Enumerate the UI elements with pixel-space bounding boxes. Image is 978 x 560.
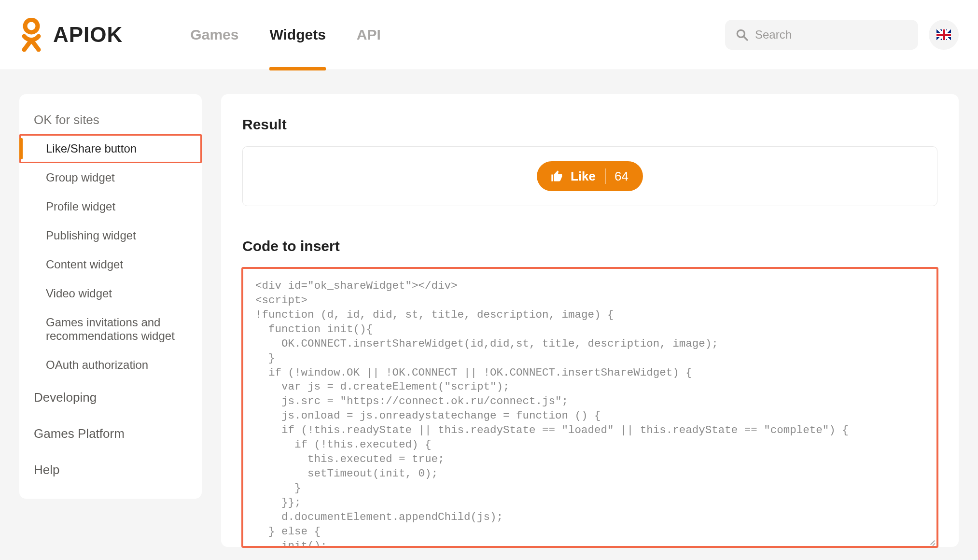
like-button[interactable]: Like 64	[537, 161, 643, 191]
brand[interactable]: APIOK	[19, 18, 123, 52]
sidebar-item-profile-widget[interactable]: Profile widget	[19, 192, 202, 221]
sidebar-item-video-widget[interactable]: Video widget	[19, 279, 202, 308]
nav-games[interactable]: Games	[190, 0, 238, 70]
like-count: 64	[615, 169, 629, 184]
main-nav: Games Widgets API	[190, 0, 725, 70]
svg-line-2	[743, 36, 747, 40]
sidebar-item-games-invitations[interactable]: Games invitations and recommendations wi…	[19, 308, 202, 350]
code-box[interactable]: <div id="ok_shareWidget"></div> <script>…	[242, 268, 937, 547]
uk-flag-icon	[936, 29, 951, 40]
main-content: Result Like 64 Code to insert <div id="o…	[221, 94, 959, 547]
sidebar-root-games-platform[interactable]: Games Platform	[19, 416, 202, 452]
header: APIOK Games Widgets API	[0, 0, 978, 70]
resize-handle-icon	[927, 537, 936, 546]
sidebar: OK for sites Like/Share button Group wid…	[19, 94, 202, 499]
like-separator	[605, 168, 606, 184]
ok-logo-icon	[19, 18, 43, 52]
language-button[interactable]	[929, 20, 959, 50]
search-box[interactable]	[725, 20, 918, 50]
search-icon	[736, 28, 748, 41]
code-snippet[interactable]: <div id="ok_shareWidget"></div> <script>…	[255, 279, 924, 547]
nav-widgets[interactable]: Widgets	[269, 0, 325, 70]
brand-text: APIOK	[53, 23, 123, 47]
sidebar-root-developing[interactable]: Developing	[19, 379, 202, 416]
like-label: Like	[571, 169, 596, 184]
sidebar-item-publishing-widget[interactable]: Publishing widget	[19, 221, 202, 250]
sidebar-item-group-widget[interactable]: Group widget	[19, 163, 202, 192]
search-input[interactable]	[755, 28, 908, 42]
thumb-up-icon	[550, 169, 564, 183]
sidebar-item-content-widget[interactable]: Content widget	[19, 250, 202, 279]
sidebar-item-oauth[interactable]: OAuth authorization	[19, 350, 202, 379]
svg-point-0	[25, 20, 38, 32]
result-heading: Result	[242, 116, 937, 133]
result-preview: Like 64	[242, 146, 937, 206]
sidebar-section-title: OK for sites	[19, 112, 202, 134]
nav-api[interactable]: API	[357, 0, 381, 70]
code-heading: Code to insert	[242, 238, 937, 254]
body: OK for sites Like/Share button Group wid…	[0, 70, 978, 547]
sidebar-root-help[interactable]: Help	[19, 452, 202, 488]
sidebar-item-like-share[interactable]: Like/Share button	[19, 134, 202, 163]
